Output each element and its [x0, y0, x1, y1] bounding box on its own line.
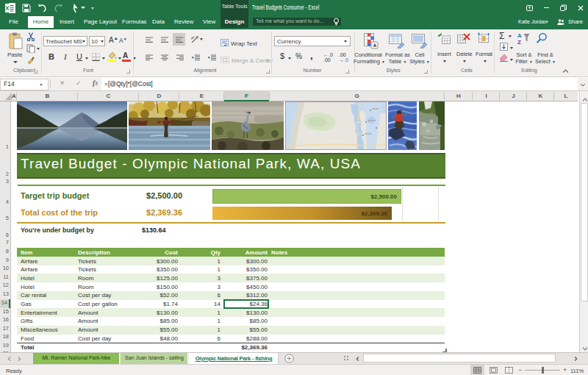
svg-text:Z: Z [517, 39, 521, 45]
svg-text:A: A [517, 32, 522, 39]
